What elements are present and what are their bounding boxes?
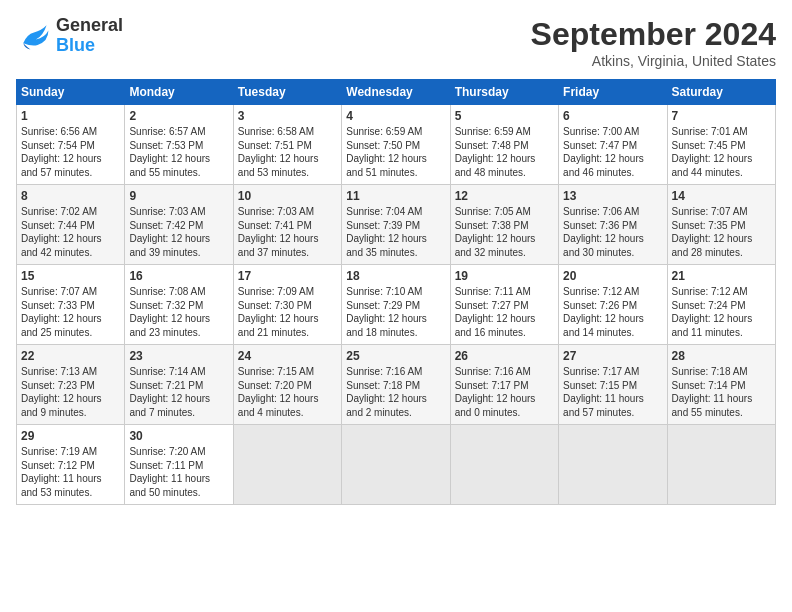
calendar: Sunday Monday Tuesday Wednesday Thursday… — [16, 79, 776, 505]
table-row — [450, 425, 558, 505]
day-info: Sunrise: 7:12 AMSunset: 7:24 PMDaylight:… — [672, 285, 771, 339]
calendar-week-row: 22Sunrise: 7:13 AMSunset: 7:23 PMDayligh… — [17, 345, 776, 425]
day-info: Sunrise: 7:01 AMSunset: 7:45 PMDaylight:… — [672, 125, 771, 179]
day-info: Sunrise: 7:13 AMSunset: 7:23 PMDaylight:… — [21, 365, 120, 419]
day-info: Sunrise: 7:06 AMSunset: 7:36 PMDaylight:… — [563, 205, 662, 259]
day-info: Sunrise: 7:09 AMSunset: 7:30 PMDaylight:… — [238, 285, 337, 339]
table-row: 4Sunrise: 6:59 AMSunset: 7:50 PMDaylight… — [342, 105, 450, 185]
day-number: 20 — [563, 269, 662, 283]
day-info: Sunrise: 6:59 AMSunset: 7:48 PMDaylight:… — [455, 125, 554, 179]
header-thursday: Thursday — [450, 80, 558, 105]
table-row — [233, 425, 341, 505]
header-tuesday: Tuesday — [233, 80, 341, 105]
day-info: Sunrise: 6:59 AMSunset: 7:50 PMDaylight:… — [346, 125, 445, 179]
table-row: 17Sunrise: 7:09 AMSunset: 7:30 PMDayligh… — [233, 265, 341, 345]
day-info: Sunrise: 7:07 AMSunset: 7:33 PMDaylight:… — [21, 285, 120, 339]
table-row: 6Sunrise: 7:00 AMSunset: 7:47 PMDaylight… — [559, 105, 667, 185]
day-number: 10 — [238, 189, 337, 203]
table-row: 30Sunrise: 7:20 AMSunset: 7:11 PMDayligh… — [125, 425, 233, 505]
table-row: 16Sunrise: 7:08 AMSunset: 7:32 PMDayligh… — [125, 265, 233, 345]
day-info: Sunrise: 6:56 AMSunset: 7:54 PMDaylight:… — [21, 125, 120, 179]
day-info: Sunrise: 7:16 AMSunset: 7:18 PMDaylight:… — [346, 365, 445, 419]
table-row: 22Sunrise: 7:13 AMSunset: 7:23 PMDayligh… — [17, 345, 125, 425]
calendar-week-row: 15Sunrise: 7:07 AMSunset: 7:33 PMDayligh… — [17, 265, 776, 345]
table-row: 14Sunrise: 7:07 AMSunset: 7:35 PMDayligh… — [667, 185, 775, 265]
day-info: Sunrise: 7:08 AMSunset: 7:32 PMDaylight:… — [129, 285, 228, 339]
header-wednesday: Wednesday — [342, 80, 450, 105]
day-info: Sunrise: 7:14 AMSunset: 7:21 PMDaylight:… — [129, 365, 228, 419]
day-number: 5 — [455, 109, 554, 123]
day-info: Sunrise: 7:04 AMSunset: 7:39 PMDaylight:… — [346, 205, 445, 259]
header-saturday: Saturday — [667, 80, 775, 105]
calendar-week-row: 8Sunrise: 7:02 AMSunset: 7:44 PMDaylight… — [17, 185, 776, 265]
table-row: 11Sunrise: 7:04 AMSunset: 7:39 PMDayligh… — [342, 185, 450, 265]
day-number: 13 — [563, 189, 662, 203]
day-number: 12 — [455, 189, 554, 203]
table-row: 13Sunrise: 7:06 AMSunset: 7:36 PMDayligh… — [559, 185, 667, 265]
day-number: 3 — [238, 109, 337, 123]
day-number: 28 — [672, 349, 771, 363]
table-row: 21Sunrise: 7:12 AMSunset: 7:24 PMDayligh… — [667, 265, 775, 345]
day-info: Sunrise: 7:16 AMSunset: 7:17 PMDaylight:… — [455, 365, 554, 419]
day-info: Sunrise: 7:19 AMSunset: 7:12 PMDaylight:… — [21, 445, 120, 499]
table-row: 26Sunrise: 7:16 AMSunset: 7:17 PMDayligh… — [450, 345, 558, 425]
table-row: 20Sunrise: 7:12 AMSunset: 7:26 PMDayligh… — [559, 265, 667, 345]
day-info: Sunrise: 7:12 AMSunset: 7:26 PMDaylight:… — [563, 285, 662, 339]
table-row: 24Sunrise: 7:15 AMSunset: 7:20 PMDayligh… — [233, 345, 341, 425]
day-number: 18 — [346, 269, 445, 283]
table-row — [559, 425, 667, 505]
day-info: Sunrise: 7:03 AMSunset: 7:42 PMDaylight:… — [129, 205, 228, 259]
table-row: 28Sunrise: 7:18 AMSunset: 7:14 PMDayligh… — [667, 345, 775, 425]
header-sunday: Sunday — [17, 80, 125, 105]
day-number: 24 — [238, 349, 337, 363]
table-row: 2Sunrise: 6:57 AMSunset: 7:53 PMDaylight… — [125, 105, 233, 185]
day-info: Sunrise: 7:11 AMSunset: 7:27 PMDaylight:… — [455, 285, 554, 339]
logo: General Blue — [16, 16, 123, 56]
day-info: Sunrise: 7:00 AMSunset: 7:47 PMDaylight:… — [563, 125, 662, 179]
table-row: 5Sunrise: 6:59 AMSunset: 7:48 PMDaylight… — [450, 105, 558, 185]
logo-icon — [16, 18, 52, 54]
table-row: 25Sunrise: 7:16 AMSunset: 7:18 PMDayligh… — [342, 345, 450, 425]
table-row: 23Sunrise: 7:14 AMSunset: 7:21 PMDayligh… — [125, 345, 233, 425]
day-number: 8 — [21, 189, 120, 203]
day-info: Sunrise: 7:07 AMSunset: 7:35 PMDaylight:… — [672, 205, 771, 259]
day-number: 29 — [21, 429, 120, 443]
calendar-week-row: 29Sunrise: 7:19 AMSunset: 7:12 PMDayligh… — [17, 425, 776, 505]
day-number: 7 — [672, 109, 771, 123]
day-number: 1 — [21, 109, 120, 123]
day-number: 30 — [129, 429, 228, 443]
table-row: 19Sunrise: 7:11 AMSunset: 7:27 PMDayligh… — [450, 265, 558, 345]
table-row — [667, 425, 775, 505]
table-row — [342, 425, 450, 505]
table-row: 1Sunrise: 6:56 AMSunset: 7:54 PMDaylight… — [17, 105, 125, 185]
day-info: Sunrise: 7:17 AMSunset: 7:15 PMDaylight:… — [563, 365, 662, 419]
table-row: 27Sunrise: 7:17 AMSunset: 7:15 PMDayligh… — [559, 345, 667, 425]
calendar-week-row: 1Sunrise: 6:56 AMSunset: 7:54 PMDaylight… — [17, 105, 776, 185]
day-number: 6 — [563, 109, 662, 123]
header-monday: Monday — [125, 80, 233, 105]
location: Atkins, Virginia, United States — [531, 53, 776, 69]
day-number: 25 — [346, 349, 445, 363]
day-number: 19 — [455, 269, 554, 283]
day-info: Sunrise: 6:58 AMSunset: 7:51 PMDaylight:… — [238, 125, 337, 179]
title-area: September 2024 Atkins, Virginia, United … — [531, 16, 776, 69]
page-header: General Blue September 2024 Atkins, Virg… — [16, 16, 776, 69]
day-info: Sunrise: 7:10 AMSunset: 7:29 PMDaylight:… — [346, 285, 445, 339]
day-info: Sunrise: 6:57 AMSunset: 7:53 PMDaylight:… — [129, 125, 228, 179]
table-row: 29Sunrise: 7:19 AMSunset: 7:12 PMDayligh… — [17, 425, 125, 505]
day-number: 14 — [672, 189, 771, 203]
table-row: 9Sunrise: 7:03 AMSunset: 7:42 PMDaylight… — [125, 185, 233, 265]
header-friday: Friday — [559, 80, 667, 105]
day-number: 21 — [672, 269, 771, 283]
table-row: 10Sunrise: 7:03 AMSunset: 7:41 PMDayligh… — [233, 185, 341, 265]
day-number: 2 — [129, 109, 228, 123]
table-row: 12Sunrise: 7:05 AMSunset: 7:38 PMDayligh… — [450, 185, 558, 265]
day-number: 15 — [21, 269, 120, 283]
day-info: Sunrise: 7:20 AMSunset: 7:11 PMDaylight:… — [129, 445, 228, 499]
day-info: Sunrise: 7:03 AMSunset: 7:41 PMDaylight:… — [238, 205, 337, 259]
day-number: 17 — [238, 269, 337, 283]
day-info: Sunrise: 7:18 AMSunset: 7:14 PMDaylight:… — [672, 365, 771, 419]
day-info: Sunrise: 7:05 AMSunset: 7:38 PMDaylight:… — [455, 205, 554, 259]
day-info: Sunrise: 7:15 AMSunset: 7:20 PMDaylight:… — [238, 365, 337, 419]
day-number: 27 — [563, 349, 662, 363]
